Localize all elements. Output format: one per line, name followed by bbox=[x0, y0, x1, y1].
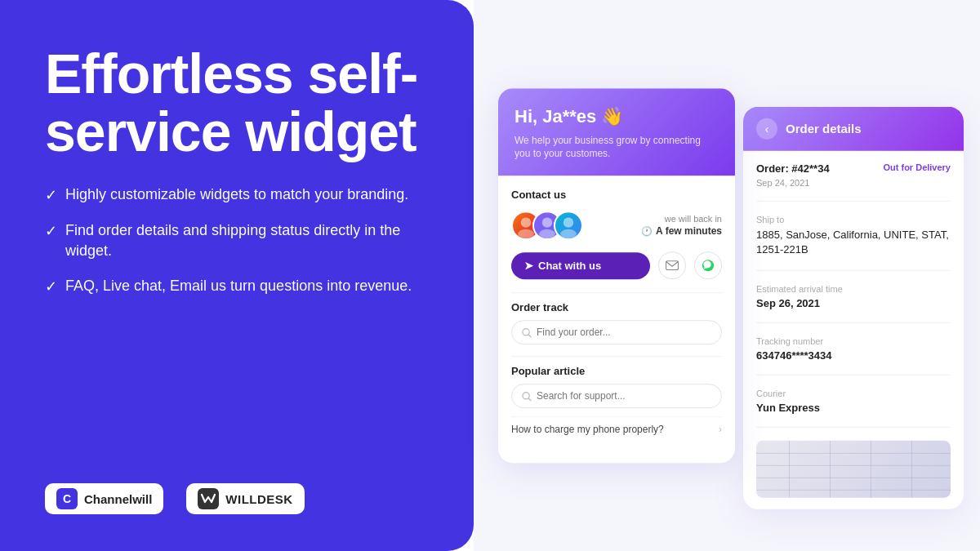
main-container: Effortless self-service widget ✓ Highly … bbox=[0, 0, 980, 551]
order-number: Order: #42**34 bbox=[756, 162, 830, 174]
email-button[interactable] bbox=[658, 251, 686, 279]
svg-point-5 bbox=[560, 229, 577, 239]
chat-widget-header: Hi, Ja**es 👋 We help your business grow … bbox=[498, 88, 735, 176]
article-search-wrap[interactable] bbox=[511, 384, 722, 408]
left-panel: Effortless self-service widget ✓ Highly … bbox=[0, 0, 474, 551]
back-in-info: we will back in 🕐 A few minutes bbox=[641, 214, 722, 237]
willdesk-text: WILLDESK bbox=[225, 492, 292, 506]
search-icon-article bbox=[522, 391, 532, 402]
eta-row: Estimated arrival time Sep 26, 2021 bbox=[756, 284, 951, 323]
check-icon-3: ✓ bbox=[45, 277, 57, 297]
headline: Effortless self-service widget bbox=[45, 45, 425, 162]
order-track-section: Order track bbox=[511, 301, 722, 344]
order-number-row: Order: #42**34 Out for Delivery Sep 24, … bbox=[756, 162, 951, 201]
back-in-label: we will back in bbox=[665, 214, 722, 224]
tracking-row: Tracking number 634746****3434 bbox=[756, 336, 951, 375]
back-in-time: 🕐 A few minutes bbox=[641, 225, 722, 237]
feature-item-2: ✓ Find order details and shipping status… bbox=[45, 220, 425, 261]
order-widget-title: Order details bbox=[786, 122, 862, 136]
order-search-input[interactable] bbox=[537, 327, 711, 338]
back-button[interactable]: ‹ bbox=[756, 118, 777, 139]
article-search-input[interactable] bbox=[537, 390, 711, 402]
article-row[interactable]: How to charge my phone properly? › bbox=[511, 416, 722, 442]
courier-key: Courier bbox=[756, 389, 951, 398]
eta-key: Estimated arrival time bbox=[756, 284, 951, 294]
chat-widget: Hi, Ja**es 👋 We help your business grow … bbox=[498, 88, 735, 464]
order-track-label: Order track bbox=[511, 301, 722, 313]
svg-point-3 bbox=[539, 229, 555, 239]
avatars-group bbox=[511, 211, 575, 240]
feature-text-3: FAQ, Live chat, Email us turn questions … bbox=[65, 276, 412, 296]
chat-widget-body: Contact us we will back bbox=[498, 176, 735, 463]
chat-send-icon: ➤ bbox=[524, 260, 533, 272]
order-date: Sep 24, 2021 bbox=[756, 177, 951, 187]
svg-point-1 bbox=[518, 229, 534, 239]
feature-item-3: ✓ FAQ, Live chat, Email us turn question… bbox=[45, 276, 425, 297]
order-search-wrap[interactable] bbox=[511, 320, 722, 344]
divider-1 bbox=[511, 292, 722, 293]
ship-to-row: Ship to 1885, SanJose, California, UNITE… bbox=[756, 214, 951, 270]
order-widget: ‹ Order details Order: #42**34 Out for D… bbox=[743, 106, 964, 509]
avatar-3 bbox=[554, 211, 583, 240]
courier-val: Yun Express bbox=[756, 402, 951, 414]
popular-article-label: Popular article bbox=[511, 365, 722, 377]
check-icon-1: ✓ bbox=[45, 185, 57, 206]
search-icon-order bbox=[522, 327, 532, 338]
courier-row: Courier Yun Express bbox=[756, 389, 951, 428]
channelwill-logo: C Channelwill bbox=[45, 483, 163, 514]
map-placeholder bbox=[756, 441, 951, 498]
whatsapp-button[interactable] bbox=[694, 251, 722, 279]
feature-item-1: ✓ Highly customizable widgets to match y… bbox=[45, 184, 425, 206]
chat-with-us-button[interactable]: ➤ Chat with us bbox=[511, 252, 650, 279]
svg-point-0 bbox=[521, 218, 531, 228]
tracking-key: Tracking number bbox=[756, 336, 951, 346]
feature-text-2: Find order details and shipping status d… bbox=[65, 220, 425, 261]
eta-val: Sep 26, 2021 bbox=[756, 297, 951, 309]
feature-text-1: Highly customizable widgets to match you… bbox=[65, 184, 408, 205]
ship-to-val: 1885, SanJose, California, UNITE, STAT, … bbox=[756, 227, 951, 256]
popular-article-section: Popular article How to charge my phone p… bbox=[511, 365, 722, 442]
willdesk-icon bbox=[198, 488, 219, 509]
svg-point-4 bbox=[564, 218, 573, 228]
article-text: How to charge my phone properly? bbox=[511, 424, 664, 435]
chat-buttons-row: ➤ Chat with us bbox=[511, 251, 722, 279]
features-list: ✓ Highly customizable widgets to match y… bbox=[45, 184, 425, 298]
logos-row: C Channelwill WILLDESK bbox=[45, 483, 425, 514]
check-icon-2: ✓ bbox=[45, 221, 57, 242]
chat-subtext: We help your business grow by connecting… bbox=[514, 134, 719, 162]
divider-2 bbox=[511, 356, 722, 357]
article-arrow-icon: › bbox=[719, 424, 722, 435]
willdesk-logo: WILLDESK bbox=[186, 483, 304, 514]
order-widget-header: ‹ Order details bbox=[743, 106, 964, 150]
contact-row: we will back in 🕐 A few minutes bbox=[511, 211, 722, 240]
contact-us-label: Contact us bbox=[511, 189, 722, 201]
tracking-val: 634746****3434 bbox=[756, 349, 951, 362]
channelwill-icon: C bbox=[56, 488, 78, 509]
clock-icon: 🕐 bbox=[641, 226, 653, 237]
order-meta-top: Order: #42**34 Out for Delivery bbox=[756, 162, 951, 174]
order-status: Out for Delivery bbox=[883, 162, 951, 171]
chat-greeting: Hi, Ja**es 👋 bbox=[514, 106, 719, 127]
svg-point-2 bbox=[542, 218, 552, 228]
channelwill-text: Channelwill bbox=[84, 492, 152, 506]
order-widget-body: Order: #42**34 Out for Delivery Sep 24, … bbox=[743, 150, 964, 509]
right-side: Hi, Ja**es 👋 We help your business grow … bbox=[474, 0, 980, 551]
ship-to-key: Ship to bbox=[756, 214, 951, 224]
